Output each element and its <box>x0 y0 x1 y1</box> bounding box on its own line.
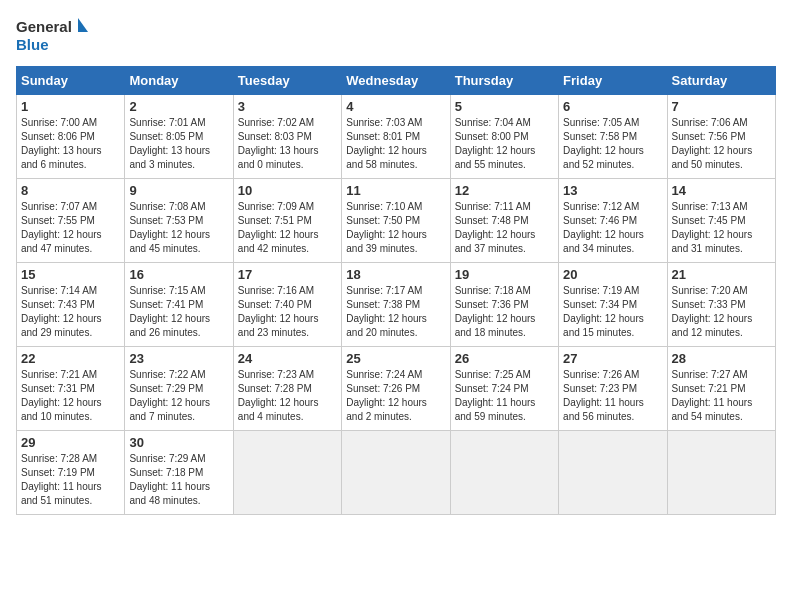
calendar-cell: 17Sunrise: 7:16 AM Sunset: 7:40 PM Dayli… <box>233 263 341 347</box>
day-info: Sunrise: 7:09 AM Sunset: 7:51 PM Dayligh… <box>238 200 337 256</box>
day-info: Sunrise: 7:02 AM Sunset: 8:03 PM Dayligh… <box>238 116 337 172</box>
day-info: Sunrise: 7:12 AM Sunset: 7:46 PM Dayligh… <box>563 200 662 256</box>
day-number: 14 <box>672 183 771 198</box>
page-header: GeneralBlue <box>16 16 776 54</box>
calendar-cell: 21Sunrise: 7:20 AM Sunset: 7:33 PM Dayli… <box>667 263 775 347</box>
day-info: Sunrise: 7:04 AM Sunset: 8:00 PM Dayligh… <box>455 116 554 172</box>
weekday-header: Monday <box>125 67 233 95</box>
day-info: Sunrise: 7:22 AM Sunset: 7:29 PM Dayligh… <box>129 368 228 424</box>
day-info: Sunrise: 7:26 AM Sunset: 7:23 PM Dayligh… <box>563 368 662 424</box>
day-number: 7 <box>672 99 771 114</box>
day-info: Sunrise: 7:29 AM Sunset: 7:18 PM Dayligh… <box>129 452 228 508</box>
day-info: Sunrise: 7:01 AM Sunset: 8:05 PM Dayligh… <box>129 116 228 172</box>
calendar-cell: 24Sunrise: 7:23 AM Sunset: 7:28 PM Dayli… <box>233 347 341 431</box>
calendar-cell: 26Sunrise: 7:25 AM Sunset: 7:24 PM Dayli… <box>450 347 558 431</box>
svg-marker-2 <box>78 18 88 32</box>
day-info: Sunrise: 7:27 AM Sunset: 7:21 PM Dayligh… <box>672 368 771 424</box>
calendar-cell <box>667 431 775 515</box>
calendar-cell: 3Sunrise: 7:02 AM Sunset: 8:03 PM Daylig… <box>233 95 341 179</box>
logo-svg: GeneralBlue <box>16 16 96 54</box>
calendar-cell: 7Sunrise: 7:06 AM Sunset: 7:56 PM Daylig… <box>667 95 775 179</box>
day-info: Sunrise: 7:24 AM Sunset: 7:26 PM Dayligh… <box>346 368 445 424</box>
day-info: Sunrise: 7:16 AM Sunset: 7:40 PM Dayligh… <box>238 284 337 340</box>
calendar-cell: 1Sunrise: 7:00 AM Sunset: 8:06 PM Daylig… <box>17 95 125 179</box>
calendar-cell: 19Sunrise: 7:18 AM Sunset: 7:36 PM Dayli… <box>450 263 558 347</box>
calendar-cell <box>233 431 341 515</box>
calendar-table: SundayMondayTuesdayWednesdayThursdayFrid… <box>16 66 776 515</box>
day-number: 27 <box>563 351 662 366</box>
calendar-week-row: 22Sunrise: 7:21 AM Sunset: 7:31 PM Dayli… <box>17 347 776 431</box>
calendar-cell: 18Sunrise: 7:17 AM Sunset: 7:38 PM Dayli… <box>342 263 450 347</box>
logo: GeneralBlue <box>16 16 96 54</box>
day-number: 5 <box>455 99 554 114</box>
calendar-cell: 9Sunrise: 7:08 AM Sunset: 7:53 PM Daylig… <box>125 179 233 263</box>
calendar-cell <box>342 431 450 515</box>
day-number: 9 <box>129 183 228 198</box>
day-info: Sunrise: 7:11 AM Sunset: 7:48 PM Dayligh… <box>455 200 554 256</box>
day-number: 25 <box>346 351 445 366</box>
calendar-week-row: 1Sunrise: 7:00 AM Sunset: 8:06 PM Daylig… <box>17 95 776 179</box>
day-number: 2 <box>129 99 228 114</box>
day-info: Sunrise: 7:00 AM Sunset: 8:06 PM Dayligh… <box>21 116 120 172</box>
day-info: Sunrise: 7:03 AM Sunset: 8:01 PM Dayligh… <box>346 116 445 172</box>
day-number: 11 <box>346 183 445 198</box>
day-number: 20 <box>563 267 662 282</box>
day-number: 22 <box>21 351 120 366</box>
calendar-cell: 29Sunrise: 7:28 AM Sunset: 7:19 PM Dayli… <box>17 431 125 515</box>
day-info: Sunrise: 7:08 AM Sunset: 7:53 PM Dayligh… <box>129 200 228 256</box>
weekday-header: Wednesday <box>342 67 450 95</box>
day-number: 26 <box>455 351 554 366</box>
calendar-cell: 23Sunrise: 7:22 AM Sunset: 7:29 PM Dayli… <box>125 347 233 431</box>
day-info: Sunrise: 7:15 AM Sunset: 7:41 PM Dayligh… <box>129 284 228 340</box>
weekday-header: Tuesday <box>233 67 341 95</box>
calendar-week-row: 15Sunrise: 7:14 AM Sunset: 7:43 PM Dayli… <box>17 263 776 347</box>
calendar-cell: 22Sunrise: 7:21 AM Sunset: 7:31 PM Dayli… <box>17 347 125 431</box>
day-info: Sunrise: 7:23 AM Sunset: 7:28 PM Dayligh… <box>238 368 337 424</box>
day-number: 18 <box>346 267 445 282</box>
day-info: Sunrise: 7:21 AM Sunset: 7:31 PM Dayligh… <box>21 368 120 424</box>
calendar-cell: 6Sunrise: 7:05 AM Sunset: 7:58 PM Daylig… <box>559 95 667 179</box>
day-number: 28 <box>672 351 771 366</box>
day-number: 29 <box>21 435 120 450</box>
calendar-cell <box>559 431 667 515</box>
day-number: 30 <box>129 435 228 450</box>
calendar-week-row: 29Sunrise: 7:28 AM Sunset: 7:19 PM Dayli… <box>17 431 776 515</box>
calendar-cell: 13Sunrise: 7:12 AM Sunset: 7:46 PM Dayli… <box>559 179 667 263</box>
day-info: Sunrise: 7:14 AM Sunset: 7:43 PM Dayligh… <box>21 284 120 340</box>
day-info: Sunrise: 7:20 AM Sunset: 7:33 PM Dayligh… <box>672 284 771 340</box>
day-number: 6 <box>563 99 662 114</box>
day-info: Sunrise: 7:05 AM Sunset: 7:58 PM Dayligh… <box>563 116 662 172</box>
weekday-header: Friday <box>559 67 667 95</box>
day-number: 1 <box>21 99 120 114</box>
day-info: Sunrise: 7:25 AM Sunset: 7:24 PM Dayligh… <box>455 368 554 424</box>
calendar-cell: 14Sunrise: 7:13 AM Sunset: 7:45 PM Dayli… <box>667 179 775 263</box>
calendar-cell: 2Sunrise: 7:01 AM Sunset: 8:05 PM Daylig… <box>125 95 233 179</box>
calendar-cell: 5Sunrise: 7:04 AM Sunset: 8:00 PM Daylig… <box>450 95 558 179</box>
calendar-cell: 12Sunrise: 7:11 AM Sunset: 7:48 PM Dayli… <box>450 179 558 263</box>
day-number: 8 <box>21 183 120 198</box>
day-info: Sunrise: 7:17 AM Sunset: 7:38 PM Dayligh… <box>346 284 445 340</box>
day-number: 15 <box>21 267 120 282</box>
day-info: Sunrise: 7:28 AM Sunset: 7:19 PM Dayligh… <box>21 452 120 508</box>
day-info: Sunrise: 7:18 AM Sunset: 7:36 PM Dayligh… <box>455 284 554 340</box>
calendar-cell: 4Sunrise: 7:03 AM Sunset: 8:01 PM Daylig… <box>342 95 450 179</box>
day-number: 21 <box>672 267 771 282</box>
calendar-cell: 10Sunrise: 7:09 AM Sunset: 7:51 PM Dayli… <box>233 179 341 263</box>
day-info: Sunrise: 7:13 AM Sunset: 7:45 PM Dayligh… <box>672 200 771 256</box>
calendar-week-row: 8Sunrise: 7:07 AM Sunset: 7:55 PM Daylig… <box>17 179 776 263</box>
day-number: 23 <box>129 351 228 366</box>
day-number: 16 <box>129 267 228 282</box>
day-number: 4 <box>346 99 445 114</box>
calendar-cell: 20Sunrise: 7:19 AM Sunset: 7:34 PM Dayli… <box>559 263 667 347</box>
calendar-cell: 16Sunrise: 7:15 AM Sunset: 7:41 PM Dayli… <box>125 263 233 347</box>
calendar-cell: 8Sunrise: 7:07 AM Sunset: 7:55 PM Daylig… <box>17 179 125 263</box>
svg-text:General: General <box>16 18 72 35</box>
weekday-header: Thursday <box>450 67 558 95</box>
calendar-cell: 11Sunrise: 7:10 AM Sunset: 7:50 PM Dayli… <box>342 179 450 263</box>
calendar-cell: 27Sunrise: 7:26 AM Sunset: 7:23 PM Dayli… <box>559 347 667 431</box>
calendar-cell: 15Sunrise: 7:14 AM Sunset: 7:43 PM Dayli… <box>17 263 125 347</box>
day-number: 3 <box>238 99 337 114</box>
weekday-header: Sunday <box>17 67 125 95</box>
day-info: Sunrise: 7:06 AM Sunset: 7:56 PM Dayligh… <box>672 116 771 172</box>
calendar-cell: 28Sunrise: 7:27 AM Sunset: 7:21 PM Dayli… <box>667 347 775 431</box>
